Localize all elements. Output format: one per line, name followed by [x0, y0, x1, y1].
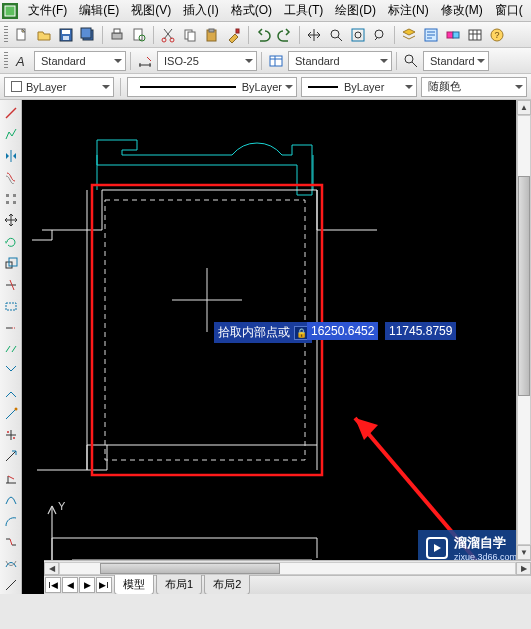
svg-rect-9 — [134, 29, 142, 40]
chamfer-icon[interactable] — [2, 383, 20, 400]
svg-marker-49 — [355, 418, 378, 440]
fillet-icon[interactable] — [2, 362, 20, 379]
tab-prev-icon[interactable]: ◀ — [62, 577, 78, 593]
menu-file[interactable]: 文件(F) — [22, 0, 73, 21]
cut-icon[interactable] — [158, 25, 178, 45]
save-all-icon[interactable] — [78, 25, 98, 45]
svg-rect-14 — [188, 32, 195, 41]
lineweight-combo[interactable]: ByLayer — [301, 77, 417, 97]
zoom-prev-icon[interactable] — [370, 25, 390, 45]
layers-icon[interactable] — [399, 25, 419, 45]
svg-point-18 — [331, 30, 339, 38]
zoom-icon[interactable] — [326, 25, 346, 45]
menu-dimension[interactable]: 标注(N) — [382, 0, 435, 21]
hatch-icon[interactable] — [2, 426, 20, 443]
table-style-icon[interactable] — [266, 51, 286, 71]
search-style-combo[interactable]: Standard — [423, 51, 489, 71]
menu-format[interactable]: 格式(O) — [225, 0, 278, 21]
table-icon[interactable] — [465, 25, 485, 45]
help-icon[interactable]: ? — [487, 25, 507, 45]
svg-rect-32 — [13, 194, 16, 197]
menu-edit[interactable]: 编辑(E) — [73, 0, 125, 21]
svg-rect-8 — [114, 29, 120, 33]
coord-y-input[interactable]: 11745.8759 — [385, 322, 456, 340]
redo-icon[interactable] — [275, 25, 295, 45]
sheet-tabs: I◀ ◀ ▶ ▶I 模型 布局1 布局2 — [44, 575, 531, 594]
text-style-icon[interactable]: A — [12, 51, 32, 71]
scroll-h-thumb[interactable] — [100, 563, 280, 574]
point-icon[interactable] — [2, 555, 20, 572]
save-icon[interactable] — [56, 25, 76, 45]
stretch-icon[interactable] — [2, 448, 20, 465]
tab-layout1[interactable]: 布局1 — [156, 575, 202, 594]
curve-icon[interactable] — [2, 491, 20, 508]
menu-window[interactable]: 窗口( — [489, 0, 529, 21]
vertical-scrollbar[interactable]: ▲ ▼ — [516, 100, 531, 560]
tab-first-icon[interactable]: I◀ — [45, 577, 61, 593]
scroll-v-thumb[interactable] — [518, 176, 530, 396]
zoom-extents-icon[interactable] — [348, 25, 368, 45]
svg-point-38 — [14, 407, 17, 410]
menu-view[interactable]: 视图(V) — [125, 0, 177, 21]
menu-modify[interactable]: 修改(M) — [435, 0, 489, 21]
scroll-left-icon[interactable]: ◀ — [44, 562, 59, 575]
trim-icon[interactable] — [2, 276, 20, 293]
block-icon[interactable] — [443, 25, 463, 45]
print-icon[interactable] — [107, 25, 127, 45]
scroll-down-icon[interactable]: ▼ — [517, 545, 531, 560]
line-icon[interactable] — [2, 104, 20, 121]
arc-icon[interactable] — [2, 512, 20, 529]
colormode-combo[interactable]: 随颜色 — [421, 77, 527, 97]
explode-icon[interactable] — [2, 405, 20, 422]
scroll-right-icon[interactable]: ▶ — [516, 562, 531, 575]
extend-icon[interactable] — [2, 319, 20, 336]
layer-color-swatch — [11, 81, 22, 92]
linetype-combo[interactable]: ByLayer — [127, 77, 297, 97]
join-icon[interactable] — [2, 534, 20, 551]
copy-icon[interactable] — [180, 25, 200, 45]
scroll-v-track[interactable] — [517, 115, 531, 545]
svg-rect-33 — [6, 201, 9, 204]
new-icon[interactable] — [12, 25, 32, 45]
tab-model[interactable]: 模型 — [114, 575, 154, 594]
match-prop-icon[interactable] — [224, 25, 244, 45]
pan-icon[interactable] — [304, 25, 324, 45]
coord-x-input[interactable]: 16250.6452 — [307, 322, 378, 340]
tab-layout2[interactable]: 布局2 — [204, 575, 250, 594]
paste-icon[interactable] — [202, 25, 222, 45]
break-icon[interactable] — [2, 340, 20, 357]
menu-insert[interactable]: 插入(I) — [177, 0, 224, 21]
scroll-h-track[interactable] — [59, 562, 516, 575]
drawing-canvas[interactable]: Y X 拾取内部点或 🔒 16250.6452 11745.8759 溜溜自学 … — [22, 100, 531, 594]
ucs-y-label: Y — [58, 500, 66, 512]
scale-icon[interactable] — [2, 254, 20, 271]
offset-icon[interactable] — [2, 168, 20, 185]
toolbar-grip[interactable] — [4, 52, 8, 70]
menu-draw[interactable]: 绘图(D) — [329, 0, 382, 21]
layer-combo[interactable]: ByLayer — [4, 77, 114, 97]
menu-tools[interactable]: 工具(T) — [278, 0, 329, 21]
region-icon[interactable] — [2, 469, 20, 486]
properties-icon[interactable] — [421, 25, 441, 45]
table-style-combo[interactable]: Standard — [288, 51, 392, 71]
spline-icon[interactable] — [2, 577, 20, 594]
search-style-icon[interactable] — [401, 51, 421, 71]
array-icon[interactable] — [2, 190, 20, 207]
mirror-icon[interactable] — [2, 147, 20, 164]
scroll-up-icon[interactable]: ▲ — [517, 100, 531, 115]
move-icon[interactable] — [2, 211, 20, 228]
horizontal-scrollbar[interactable]: ◀ ▶ — [44, 560, 531, 575]
tab-last-icon[interactable]: ▶I — [96, 577, 112, 593]
undo-icon[interactable] — [253, 25, 273, 45]
rectangle-icon[interactable] — [2, 297, 20, 314]
dim-style-icon[interactable] — [135, 51, 155, 71]
polyline-icon[interactable] — [2, 125, 20, 142]
text-style-combo[interactable]: Standard — [34, 51, 126, 71]
rotate-icon[interactable] — [2, 233, 20, 250]
tab-next-icon[interactable]: ▶ — [79, 577, 95, 593]
svg-text:?: ? — [494, 30, 499, 40]
toolbar-grip[interactable] — [4, 26, 8, 44]
open-icon[interactable] — [34, 25, 54, 45]
print-preview-icon[interactable] — [129, 25, 149, 45]
dim-style-combo[interactable]: ISO-25 — [157, 51, 257, 71]
